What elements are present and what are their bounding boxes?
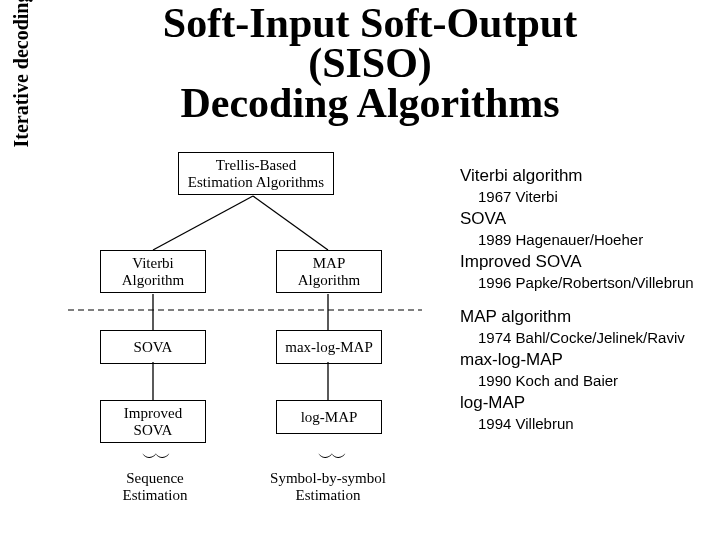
box-improved-sova: Improved SOVA [100, 400, 206, 443]
label-symbol-estimation: Symbol-by-symbol Estimation [258, 470, 398, 503]
right-log-map-heading: log-MAP [460, 393, 720, 413]
right-viterbi-heading: Viterbi algorithm [460, 166, 720, 186]
box-map: MAP Algorithm [276, 250, 382, 293]
title-line-2: (SISO) [80, 44, 660, 84]
box-sova: SOVA [100, 330, 206, 364]
sidebar-label: Iterative decoding [10, 0, 33, 220]
right-viterbi-year: 1967 Viterbi [478, 188, 720, 205]
box-log-map: log-MAP [276, 400, 382, 434]
box-isova-l2: SOVA [103, 422, 203, 439]
right-log-map-year: 1994 Villebrun [478, 415, 720, 432]
box-map-l2: Algorithm [279, 272, 379, 289]
title-line-3: Decoding Algorithms [80, 84, 660, 124]
box-root: Trellis-Based Estimation Algorithms [178, 152, 334, 195]
brace-icon: ︶︶ [276, 448, 386, 469]
right-max-log-map-year: 1990 Koch and Baier [478, 372, 720, 389]
right-map-heading: MAP algorithm [460, 307, 720, 327]
right-column: Viterbi algorithm 1967 Viterbi SOVA 1989… [460, 162, 720, 432]
box-max-log-map: max-log-MAP [276, 330, 382, 364]
right-sova-heading: SOVA [460, 209, 720, 229]
box-root-l1: Trellis-Based [181, 157, 331, 174]
box-mlm-text: max-log-MAP [285, 339, 373, 355]
right-improved-sova-year: 1996 Papke/Robertson/Villebrun [478, 274, 720, 291]
seq-l1: Sequence [100, 470, 210, 487]
box-viterbi-l1: Viterbi [103, 255, 203, 272]
title-line-1: Soft-Input Soft-Output [80, 4, 660, 44]
box-viterbi: Viterbi Algorithm [100, 250, 206, 293]
sym-l2: Estimation [258, 487, 398, 504]
box-map-l1: MAP [279, 255, 379, 272]
svg-line-1 [253, 196, 328, 250]
svg-line-0 [153, 196, 253, 250]
box-sova-text: SOVA [134, 339, 173, 355]
label-sequence-estimation: Sequence Estimation [100, 470, 210, 503]
box-viterbi-l2: Algorithm [103, 272, 203, 289]
box-root-l2: Estimation Algorithms [181, 174, 331, 191]
box-lmap-text: log-MAP [301, 409, 358, 425]
slide-title: Soft-Input Soft-Output (SISO) Decoding A… [80, 4, 660, 124]
seq-l2: Estimation [100, 487, 210, 504]
right-map-year: 1974 Bahl/Cocke/Jelinek/Raviv [478, 329, 720, 346]
box-isova-l1: Improved [103, 405, 203, 422]
brace-icon: ︶︶ [100, 448, 210, 469]
right-max-log-map-heading: max-log-MAP [460, 350, 720, 370]
sym-l1: Symbol-by-symbol [258, 470, 398, 487]
right-sova-year: 1989 Hagenauer/Hoeher [478, 231, 720, 248]
right-improved-sova-heading: Improved SOVA [460, 252, 720, 272]
